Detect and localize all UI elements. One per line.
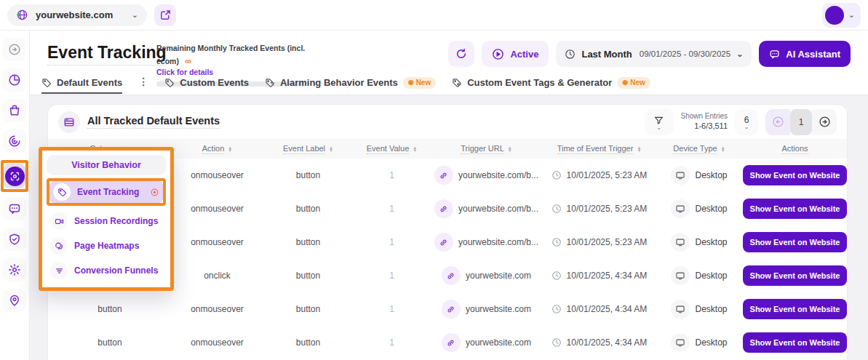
clock-icon — [552, 337, 562, 348]
monitor-icon — [671, 333, 690, 352]
show-event-button[interactable]: Show Event on Website — [743, 299, 848, 319]
clock-icon — [552, 304, 562, 314]
action-cell: onmouseover — [172, 170, 263, 180]
show-event-button[interactable]: Show Event on Website — [743, 332, 848, 353]
heatmap-icon — [50, 237, 68, 255]
sort-icon[interactable]: ▲▼ — [721, 146, 725, 152]
actions-cell: Show Event on Website — [743, 265, 847, 286]
time-cell: 10/01/2025, 4:34 AM — [543, 271, 656, 281]
website-selector[interactable]: yourwebsite.com ⌄ — [7, 4, 147, 26]
show-event-button[interactable]: Show Event on Website — [743, 165, 848, 185]
tracking-status-button[interactable]: Active — [482, 41, 549, 67]
play-icon — [492, 48, 504, 60]
trigger-url-cell[interactable]: yourwebsite.com/b... — [430, 233, 543, 252]
sort-icon[interactable]: ▲▼ — [508, 146, 512, 152]
menu-item-event-tracking[interactable]: Event Tracking — [49, 181, 163, 203]
sort-icon[interactable]: ▲▼ — [329, 146, 333, 152]
event-label-cell: button — [263, 204, 354, 214]
table-row: buttononmouseoverbutton1yourwebsite.com1… — [48, 326, 847, 359]
device-type-cell: Desktop — [656, 300, 743, 319]
sidebar-item-settings[interactable] — [3, 258, 26, 281]
column-header[interactable]: Time of Event Trigger▲▼ — [543, 144, 656, 154]
sidebar-item-visitor-behavior[interactable] — [4, 164, 25, 188]
trigger-url-cell[interactable]: yourwebsite.com — [430, 333, 543, 352]
record-target-icon — [150, 188, 159, 197]
tag-icon — [53, 183, 71, 201]
trigger-url-cell[interactable]: yourwebsite.com — [430, 266, 543, 285]
trigger-url-cell[interactable]: yourwebsite.com/b... — [430, 166, 543, 185]
menu-item-page-heatmaps[interactable]: Page Heatmaps — [47, 233, 166, 258]
menu-item-conversion-funnels[interactable]: Conversion Funnels — [47, 258, 166, 283]
ai-assistant-button[interactable]: AI Assistant — [759, 41, 851, 67]
sidebar-item-ecommerce[interactable] — [3, 99, 26, 122]
table-icon — [58, 111, 80, 133]
tab-custom-event-tags-generator[interactable]: Custom Event Tags & Generator ◉ New — [452, 73, 650, 94]
account-menu[interactable]: ⌄ — [822, 3, 861, 28]
sort-icon[interactable]: ▲▼ — [228, 146, 232, 152]
shopping-bag-icon — [8, 104, 21, 117]
pagination: 1 — [765, 109, 837, 135]
category-cell: button — [48, 337, 172, 348]
column-header[interactable]: Event Value▲▼ — [354, 144, 430, 154]
chat-bubble-icon — [8, 202, 21, 215]
event-value-cell: 1 — [354, 204, 430, 214]
date-range-picker[interactable]: Last Month 09/01/2025 - 09/30/2025 ⌄ — [556, 41, 752, 67]
tab-default-events[interactable]: Default Events — [41, 73, 122, 94]
link-icon — [434, 233, 453, 252]
sort-icon[interactable]: ▲▼ — [413, 146, 417, 152]
show-event-button[interactable]: Show Event on Website — [743, 199, 848, 219]
shown-entries: Shown Entries 1-6/3,511 — [681, 112, 728, 131]
actions-cell: Show Event on Website — [743, 232, 847, 252]
trigger-url-cell[interactable]: yourwebsite.com — [430, 300, 543, 319]
time-cell: 10/01/2025, 4:34 AM — [543, 337, 656, 348]
new-badge: ◉ New — [403, 77, 436, 89]
column-header[interactable]: Event Label▲▼ — [263, 144, 354, 154]
column-header[interactable]: Trigger URL▲▼ — [430, 144, 543, 154]
record-dot-icon: ◉ — [408, 79, 414, 86]
event-label-cell: button — [263, 337, 354, 348]
tab-custom-events[interactable]: Custom Events — [164, 73, 249, 94]
tab-label: Custom Events — [180, 77, 249, 88]
menu-item-label: Event Tracking — [77, 187, 139, 197]
sidebar-item-visitor-location[interactable] — [3, 289, 26, 312]
show-event-button[interactable]: Show Event on Website — [743, 232, 848, 252]
location-pin-icon — [8, 294, 21, 307]
sidebar-expand-button[interactable] — [3, 38, 26, 61]
show-event-button[interactable]: Show Event on Website — [743, 265, 848, 286]
action-cell: onmouseover — [172, 304, 263, 314]
card-title: All Tracked Default Events — [87, 115, 220, 129]
tag-icon — [41, 78, 52, 88]
menu-item-label: Page Heatmaps — [74, 241, 139, 251]
tab-alarming-behavior-events[interactable]: Alarming Behavior Events ◉ New — [265, 73, 436, 94]
new-badge: ◉ New — [617, 77, 650, 89]
tab-options-kebab-icon[interactable]: ⋮ — [138, 73, 148, 87]
column-header[interactable]: Action▲▼ — [172, 144, 263, 154]
refresh-button[interactable] — [448, 41, 474, 67]
tab-bar: Default Events ⋮ Custom Events Alarming … — [30, 73, 868, 95]
sidebar-item-communication[interactable] — [3, 197, 26, 220]
chevron-down-icon: ⌄ — [848, 10, 855, 20]
open-website-button[interactable] — [154, 4, 176, 26]
actions-cell: Show Event on Website — [743, 165, 847, 185]
time-cell: 10/01/2025, 4:34 AM — [543, 304, 656, 314]
sidebar-item-analytics[interactable] — [3, 129, 26, 153]
event-value-cell: 1 — [354, 304, 430, 314]
page-size-select[interactable]: 6 ⌄ — [735, 109, 758, 135]
sidebar-item-overview[interactable] — [3, 68, 26, 92]
trigger-url-cell[interactable]: yourwebsite.com/b... — [430, 199, 543, 218]
column-header[interactable]: Device Type▲▼ — [656, 144, 743, 154]
scan-target-icon — [5, 167, 25, 186]
action-cell: onmouseover — [172, 237, 263, 247]
tag-gear-icon — [452, 78, 462, 88]
filter-button[interactable]: ⌄ — [645, 109, 674, 135]
next-page-button[interactable] — [812, 109, 837, 135]
event-label-cell: button — [263, 170, 354, 180]
menu-item-session-recordings[interactable]: Session Recordings — [47, 209, 166, 233]
current-page[interactable]: 1 — [790, 109, 812, 135]
expand-icon — [8, 43, 21, 56]
action-cell: onmouseover — [172, 337, 263, 348]
sort-icon[interactable]: ▲▼ — [637, 146, 641, 152]
prev-page-button[interactable] — [765, 109, 790, 135]
website-name: yourwebsite.com — [36, 9, 124, 20]
sidebar-item-privacy[interactable] — [3, 228, 26, 251]
